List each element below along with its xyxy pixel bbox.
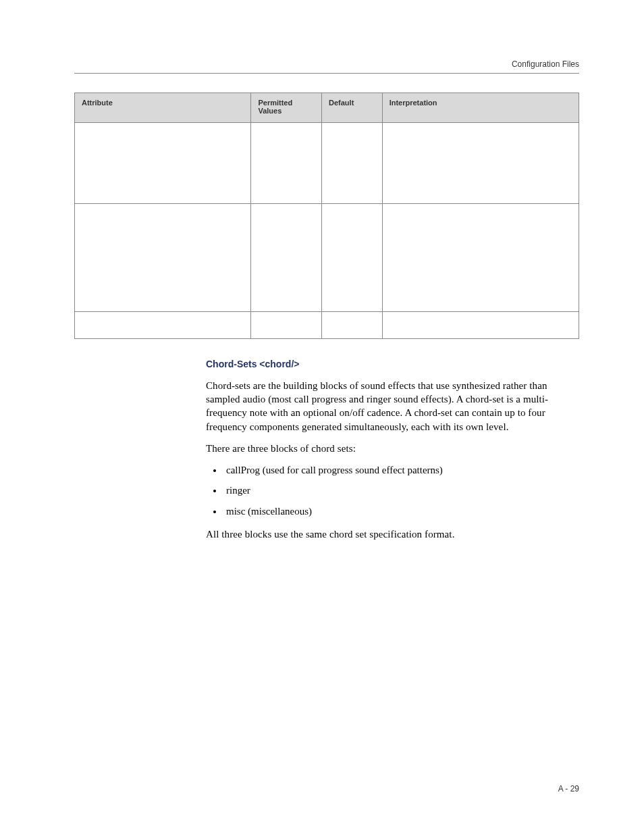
cell (251, 312, 322, 339)
list-item: callProg (used for call progress sound e… (223, 463, 579, 477)
col-attribute: Attribute (75, 93, 251, 123)
page-number: A - 29 (558, 784, 579, 793)
cell (75, 312, 251, 339)
cell (382, 123, 579, 204)
paragraph: All three blocks use the same chord set … (206, 527, 579, 541)
cell (382, 204, 579, 312)
page: Configuration Files Attribute Permitted … (0, 0, 644, 834)
col-interpretation: Interpretation (382, 93, 579, 123)
col-default: Default (322, 93, 383, 123)
table-row (75, 123, 579, 204)
cell (75, 204, 251, 312)
cell (322, 123, 383, 204)
cell (382, 312, 579, 339)
col-permitted: Permitted Values (251, 93, 322, 123)
list-item: misc (miscellaneous) (223, 504, 579, 518)
cell (322, 204, 383, 312)
section-body: Chord-Sets <chord/> Chord-sets are the b… (206, 358, 579, 541)
bullet-list: callProg (used for call progress sound e… (206, 463, 579, 518)
list-item: ringer (223, 484, 579, 497)
cell (251, 123, 322, 204)
section-subhead: Chord-Sets <chord/> (206, 358, 579, 371)
paragraph: There are three blocks of chord sets: (206, 442, 579, 455)
paragraph: Chord-sets are the building blocks of so… (206, 379, 579, 434)
table-header-row: Attribute Permitted Values Default Inter… (75, 93, 579, 123)
cell (75, 123, 251, 204)
cell (251, 204, 322, 312)
running-header: Configuration Files (74, 59, 579, 69)
table-row (75, 204, 579, 312)
cell (322, 312, 383, 339)
config-table: Attribute Permitted Values Default Inter… (74, 93, 579, 339)
table-row (75, 312, 579, 339)
header-rule (74, 73, 579, 74)
